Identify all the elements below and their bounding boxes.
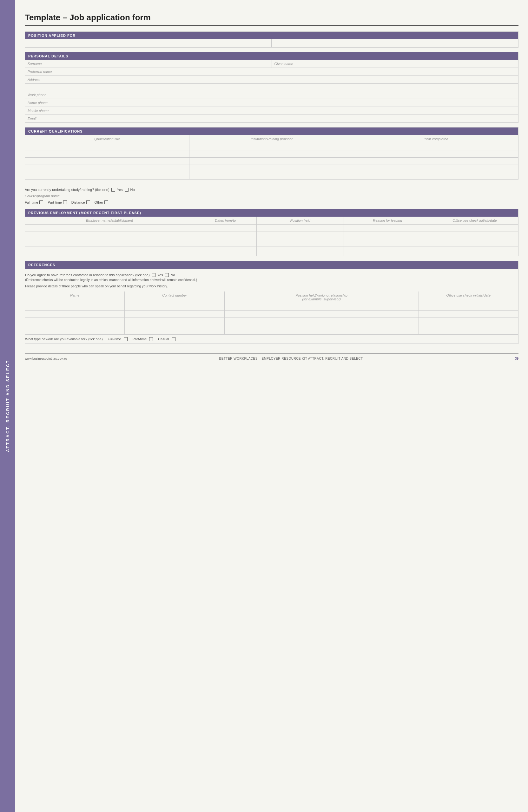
qual-cell-5-2[interactable] <box>189 172 354 179</box>
parttime-checkbox[interactable] <box>63 201 67 204</box>
references-header: REFERENCES <box>25 261 518 269</box>
qual-cell-4-2[interactable] <box>189 165 354 172</box>
prev-emp-cell-3-1[interactable] <box>25 239 194 246</box>
ref-cell-4-2[interactable] <box>125 325 224 334</box>
ref-cell-3-1[interactable] <box>25 318 125 325</box>
prev-emp-cell-3-5[interactable] <box>431 239 518 246</box>
prev-emp-cell-1-5[interactable] <box>431 224 518 232</box>
casual-avail-checkbox[interactable] <box>172 337 175 341</box>
qual-cell-2-3[interactable] <box>354 150 518 157</box>
qual-cell-5-3[interactable] <box>354 172 518 179</box>
agree-no-checkbox[interactable] <box>165 273 169 277</box>
study-type-row: Full-time Part-time Distance Other <box>25 199 518 205</box>
ref-col-name: Name <box>25 291 125 303</box>
distance-item: Distance <box>71 201 90 204</box>
ref-cell-4-1[interactable] <box>25 325 125 334</box>
prev-emp-col-reason: Reason for leaving <box>344 217 431 224</box>
ref-cell-3-2[interactable] <box>125 318 224 325</box>
prev-emp-cell-3-4[interactable] <box>344 239 431 246</box>
prev-emp-cell-1-2[interactable] <box>194 224 257 232</box>
prev-emp-cell-4-5[interactable] <box>431 246 518 256</box>
prev-emp-cell-2-4[interactable] <box>344 232 431 239</box>
qual-row-4 <box>25 165 518 172</box>
work-phone-field[interactable]: Work phone <box>25 91 518 99</box>
qual-cell-1-2[interactable] <box>189 143 354 150</box>
prev-emp-cell-1-3[interactable] <box>257 224 344 232</box>
prev-emp-cell-2-3[interactable] <box>257 232 344 239</box>
ref-cell-4-4[interactable] <box>419 325 518 334</box>
given-name-field[interactable]: Given name <box>272 60 518 68</box>
qual-cell-4-1[interactable] <box>25 165 189 172</box>
position-row <box>25 39 518 47</box>
prev-emp-cell-4-1[interactable] <box>25 246 194 256</box>
qual-cell-3-1[interactable] <box>25 158 189 165</box>
distance-checkbox[interactable] <box>86 201 90 204</box>
ref-cell-2-2[interactable] <box>125 310 224 318</box>
address-field[interactable]: Address <box>25 76 518 84</box>
position-header: POSITION APPLIED FOR <box>25 32 518 39</box>
prev-emp-cell-3-3[interactable] <box>257 239 344 246</box>
main-content: Template – Job application form POSITION… <box>15 0 528 812</box>
qual-row-3 <box>25 158 518 165</box>
ref-row-2 <box>25 310 518 318</box>
qual-cell-2-2[interactable] <box>189 150 354 157</box>
prev-emp-cell-1-1[interactable] <box>25 224 194 232</box>
ref-col-position: Position held/working relationship(for e… <box>225 291 419 303</box>
ref-cell-3-3[interactable] <box>225 318 419 325</box>
agree-yes-label: Yes <box>157 273 163 277</box>
ref-cell-2-4[interactable] <box>419 310 518 318</box>
qual-col-title: Qualification title <box>25 135 189 143</box>
ref-cell-4-3[interactable] <box>225 325 419 334</box>
parttime-label: Part-time <box>47 201 62 204</box>
prev-emp-cell-2-2[interactable] <box>194 232 257 239</box>
prev-emp-cell-3-2[interactable] <box>194 239 257 246</box>
qual-cell-4-3[interactable] <box>354 165 518 172</box>
work-avail-row: What type of work are you available for?… <box>25 337 518 341</box>
personal-row-8: Email <box>25 115 518 122</box>
prev-emp-cell-2-1[interactable] <box>25 232 194 239</box>
qual-cell-1-1[interactable] <box>25 143 189 150</box>
preferred-name-field[interactable]: Preferred name <box>25 68 518 75</box>
agree-yes-checkbox[interactable] <box>152 273 156 277</box>
surname-field[interactable]: Surname <box>25 60 272 68</box>
no-label: No <box>130 188 135 192</box>
reference-note1: (Reference checks will be conducted lega… <box>25 277 518 282</box>
prev-emp-cell-4-3[interactable] <box>257 246 344 256</box>
fulltime-label: Full-time <box>25 201 38 204</box>
qual-cell-3-2[interactable] <box>189 158 354 165</box>
email-field[interactable]: Email <box>25 115 518 122</box>
ref-cell-1-1[interactable] <box>25 303 125 310</box>
prev-emp-cell-4-4[interactable] <box>344 246 431 256</box>
ref-row-3 <box>25 318 518 325</box>
position-label-cell <box>25 39 272 47</box>
ref-cell-1-3[interactable] <box>225 303 419 310</box>
study-question-text: Are you currently undertaking study/trai… <box>25 188 110 192</box>
prev-emp-cell-1-4[interactable] <box>344 224 431 232</box>
qual-cell-3-3[interactable] <box>354 158 518 165</box>
work-avail-question: What type of work are you available for?… <box>25 337 103 341</box>
ref-cell-2-3[interactable] <box>225 310 419 318</box>
fulltime-avail-checkbox[interactable] <box>124 337 128 341</box>
references-section: REFERENCES Do you agree to have referees… <box>25 261 518 344</box>
ref-cell-2-1[interactable] <box>25 310 125 318</box>
ref-cell-3-4[interactable] <box>419 318 518 325</box>
qual-cell-2-1[interactable] <box>25 150 189 157</box>
fulltime-checkbox[interactable] <box>39 201 43 204</box>
prev-emp-row-4 <box>25 246 518 256</box>
qual-col-year: Year completed <box>354 135 518 143</box>
ref-cell-1-4[interactable] <box>419 303 518 310</box>
no-checkbox[interactable] <box>125 188 129 192</box>
prev-emp-cell-4-2[interactable] <box>194 246 257 256</box>
prev-emp-cell-2-5[interactable] <box>431 232 518 239</box>
qual-cell-1-3[interactable] <box>354 143 518 150</box>
home-phone-field[interactable]: Home phone <box>25 99 518 106</box>
parttime-avail-checkbox[interactable] <box>149 337 153 341</box>
qual-cell-5-1[interactable] <box>25 172 189 179</box>
footer-center-text: BETTER WORKPLACES – EMPLOYER RESOURCE KI… <box>219 357 363 360</box>
fulltime-avail-label: Full-time <box>108 337 121 341</box>
other-checkbox[interactable] <box>104 201 108 204</box>
ref-cell-1-2[interactable] <box>125 303 224 310</box>
ref-row-1 <box>25 303 518 310</box>
mobile-phone-field[interactable]: Mobile phone <box>25 107 518 115</box>
yes-checkbox[interactable] <box>111 188 115 192</box>
